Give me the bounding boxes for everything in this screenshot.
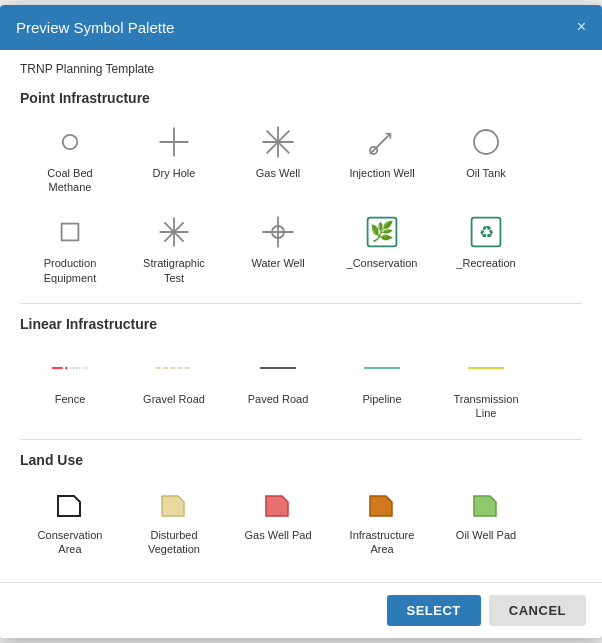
svg-text:♻: ♻ (479, 223, 494, 242)
gas-well-pad-icon (260, 486, 296, 522)
svg-text:🌿: 🌿 (370, 220, 394, 243)
coal-bed-methane-icon (52, 124, 88, 160)
conservation-label: _Conservation (347, 256, 418, 270)
transmission-line-label: TransmissionLine (454, 392, 519, 421)
svg-marker-34 (266, 496, 288, 516)
production-equipment-icon (52, 214, 88, 250)
linear-infrastructure-title: Linear Infrastructure (20, 316, 582, 332)
close-icon[interactable]: × (577, 19, 586, 35)
linear-symbols-grid: Fence Gravel Road (20, 342, 582, 429)
recreation-label: _Recreation (456, 256, 515, 270)
gravel-road-icon (156, 350, 192, 386)
symbol-production-equipment[interactable]: ProductionEquipment (20, 206, 120, 293)
linear-land-divider (20, 439, 582, 440)
linear-infrastructure-section: Linear Infrastructure Fence (20, 316, 582, 429)
cancel-button[interactable]: CANCEL (489, 595, 586, 626)
symbol-gravel-road[interactable]: Gravel Road (124, 342, 224, 429)
conservation-icon: 🌿 (364, 214, 400, 250)
fence-icon (52, 350, 88, 386)
symbol-gas-well[interactable]: Gas Well (228, 116, 328, 203)
dialog-header: Preview Symbol Palette × (0, 5, 602, 50)
select-button[interactable]: SELECT (387, 595, 481, 626)
transmission-line-icon (468, 350, 504, 386)
injection-well-label: Injection Well (349, 166, 414, 180)
symbol-gas-well-pad[interactable]: Gas Well Pad (228, 478, 328, 565)
production-equipment-label: ProductionEquipment (44, 256, 97, 285)
symbol-conservation[interactable]: 🌿 _Conservation (332, 206, 432, 293)
stratigraphic-test-icon (156, 214, 192, 250)
symbol-pipeline[interactable]: Pipeline (332, 342, 432, 429)
conservation-area-icon (52, 486, 88, 522)
symbol-conservation-area[interactable]: ConservationArea (20, 478, 120, 565)
infrastructure-area-icon (364, 486, 400, 522)
symbol-recreation[interactable]: ♻ _Recreation (436, 206, 536, 293)
symbol-oil-well-pad[interactable]: Oil Well Pad (436, 478, 536, 565)
gas-well-pad-label: Gas Well Pad (244, 528, 311, 542)
symbol-dry-hole[interactable]: Dry Hole (124, 116, 224, 203)
fence-label: Fence (55, 392, 86, 406)
coal-bed-methane-label: Coal BedMethane (47, 166, 92, 195)
disturbed-vegetation-icon (156, 486, 192, 522)
symbol-paved-road[interactable]: Paved Road (228, 342, 328, 429)
symbol-infrastructure-area[interactable]: InfrastructureArea (332, 478, 432, 565)
svg-marker-35 (370, 496, 392, 516)
template-name: TRNP Planning Template (20, 62, 582, 76)
gas-well-label: Gas Well (256, 166, 300, 180)
land-symbols-grid: ConservationArea DisturbedVegetation (20, 478, 582, 565)
pipeline-icon (364, 350, 400, 386)
infrastructure-area-label: InfrastructureArea (350, 528, 415, 557)
water-well-icon (260, 214, 296, 250)
oil-tank-icon (468, 124, 504, 160)
symbol-oil-tank[interactable]: Oil Tank (436, 116, 536, 203)
land-use-section: Land Use ConservationArea (20, 452, 582, 565)
dry-hole-label: Dry Hole (153, 166, 196, 180)
dry-hole-icon (156, 124, 192, 160)
recreation-icon: ♻ (468, 214, 504, 250)
point-symbols-grid: Coal BedMethane Dry Hole (20, 116, 582, 293)
dialog-footer: SELECT CANCEL (0, 582, 602, 638)
symbol-disturbed-vegetation[interactable]: DisturbedVegetation (124, 478, 224, 565)
point-infrastructure-title: Point Infrastructure (20, 90, 582, 106)
water-well-label: Water Well (251, 256, 304, 270)
land-use-title: Land Use (20, 452, 582, 468)
symbol-stratigraphic-test[interactable]: StratigraphicTest (124, 206, 224, 293)
svg-line-7 (370, 133, 390, 153)
oil-well-pad-label: Oil Well Pad (456, 528, 516, 542)
preview-symbol-palette-dialog: Preview Symbol Palette × TRNP Planning T… (0, 5, 602, 638)
svg-point-0 (63, 135, 77, 149)
gravel-road-label: Gravel Road (143, 392, 205, 406)
point-infrastructure-section: Point Infrastructure Coal BedMethane (20, 90, 582, 293)
stratigraphic-test-label: StratigraphicTest (143, 256, 205, 285)
injection-well-icon (364, 124, 400, 160)
point-linear-divider (20, 303, 582, 304)
svg-marker-36 (474, 496, 496, 516)
dialog-body: TRNP Planning Template Point Infrastruct… (0, 50, 602, 574)
svg-rect-12 (62, 224, 79, 241)
svg-marker-32 (58, 496, 80, 516)
symbol-injection-well[interactable]: Injection Well (332, 116, 432, 203)
disturbed-vegetation-label: DisturbedVegetation (148, 528, 200, 557)
paved-road-label: Paved Road (248, 392, 309, 406)
oil-well-pad-icon (468, 486, 504, 522)
symbol-coal-bed-methane[interactable]: Coal BedMethane (20, 116, 120, 203)
symbol-water-well[interactable]: Water Well (228, 206, 328, 293)
pipeline-label: Pipeline (362, 392, 401, 406)
paved-road-icon (260, 350, 296, 386)
gas-well-icon (260, 124, 296, 160)
symbol-fence[interactable]: Fence (20, 342, 120, 429)
svg-marker-33 (162, 496, 184, 516)
oil-tank-label: Oil Tank (466, 166, 506, 180)
svg-point-11 (474, 130, 498, 154)
conservation-area-label: ConservationArea (38, 528, 103, 557)
dialog-title: Preview Symbol Palette (16, 19, 174, 36)
symbol-transmission-line[interactable]: TransmissionLine (436, 342, 536, 429)
